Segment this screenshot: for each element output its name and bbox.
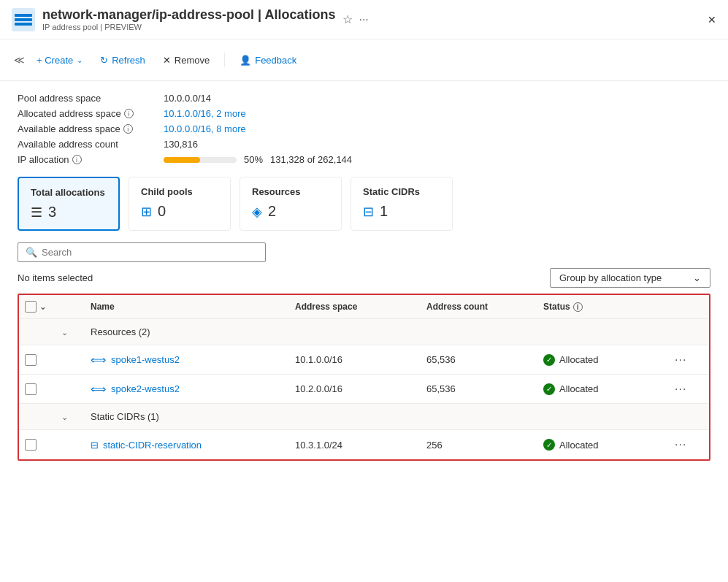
chevron-down-icon: ⌄ (77, 56, 83, 64)
row2-status: ✓ Allocated (537, 378, 669, 401)
toolbar-divider (224, 53, 225, 67)
title-bar: network-manager/ip-address-pool | Alloca… (0, 0, 728, 39)
row3-name: ⊟ static-CIDR-reservation (85, 434, 289, 456)
row2-actions: ··· (669, 377, 705, 402)
group-by-label: Group by allocation type (559, 272, 662, 283)
table-row: ⟺ spoke2-westus2 10.2.0.0/16 65,536 ✓ Al… (19, 375, 709, 404)
pool-address-label: Pool address space (18, 93, 164, 104)
group2-checkbox-col (19, 414, 55, 420)
child-pools-icon: ⊞ (141, 204, 152, 220)
pool-address-value: 10.0.0.0/14 (164, 93, 710, 104)
remove-icon: ✕ (163, 55, 171, 66)
ip-alloc-info-icon[interactable]: i (72, 155, 82, 164)
row1-status: ✓ Allocated (537, 348, 669, 372)
resources-group-chevron[interactable]: ⌄ (61, 328, 68, 337)
header-checkbox-col: ⌄ (19, 301, 55, 313)
select-all-checkbox[interactable] (25, 301, 37, 313)
create-button[interactable]: + Create ⌄ (29, 51, 90, 69)
row3-checkbox-col (19, 433, 55, 456)
available-count-label: Available address count (18, 139, 164, 150)
no-items-label: No items selected (18, 272, 93, 283)
allocations-table: ⌄ Name Address space Address count Statu… (18, 294, 710, 461)
available-address-value[interactable]: 10.0.0.0/16, 8 more (164, 123, 710, 134)
page-subtitle: IP address pool | PREVIEW (42, 23, 335, 31)
row3-more-icon[interactable]: ··· (675, 438, 686, 451)
more-options-icon[interactable]: ··· (359, 13, 368, 26)
static-cidrs-card[interactable]: Static CIDRs ⊟ 1 (350, 177, 453, 231)
available-count-value: 130,816 (164, 139, 710, 150)
search-input[interactable] (42, 247, 258, 258)
resource-icon: ⟺ (91, 383, 107, 396)
row3-status: ✓ Allocated (537, 433, 669, 456)
header-address-count: Address count (421, 301, 537, 313)
sidebar-toggle[interactable]: ≪ (12, 45, 26, 74)
group-by-dropdown[interactable]: Group by allocation type ⌄ (550, 268, 710, 288)
row2-more-icon[interactable]: ··· (675, 383, 686, 395)
row3-expand-col (55, 439, 85, 451)
svg-rect-3 (15, 23, 32, 26)
row1-actions: ··· (669, 348, 705, 372)
feedback-button[interactable]: 👤 Feedback (232, 51, 304, 69)
resources-card[interactable]: Resources ◈ 2 (240, 177, 342, 231)
refresh-icon: ↻ (100, 55, 108, 66)
total-icon: ☰ (31, 204, 42, 221)
allocated-address-value[interactable]: 10.1.0.0/16, 2 more (164, 108, 710, 119)
total-allocations-card[interactable]: Total allocations ☰ 3 (18, 177, 120, 231)
row2-name: ⟺ spoke2-westus2 (85, 377, 289, 402)
static-cidrs-icon: ⊟ (363, 204, 374, 220)
feedback-icon: 👤 (240, 55, 251, 66)
allocated-info-icon[interactable]: i (124, 109, 134, 118)
refresh-button[interactable]: ↻ Refresh (93, 51, 153, 69)
row1-more-icon[interactable]: ··· (675, 353, 686, 366)
status-allocated-icon: ✓ (543, 439, 555, 451)
favorite-icon[interactable]: ☆ (342, 12, 353, 26)
table-row: ⊟ static-CIDR-reservation 10.3.1.0/24 25… (19, 430, 709, 459)
header-actions-col (669, 301, 705, 313)
header-name: Name (85, 301, 289, 313)
header-expand-col (55, 301, 85, 313)
create-label: + Create (37, 55, 73, 66)
filter-row: No items selected Group by allocation ty… (18, 268, 710, 288)
row1-name: ⟺ spoke1-westus2 (85, 348, 289, 372)
stat-cards: Total allocations ☰ 3 Child pools ⊞ 0 Re… (18, 177, 710, 231)
table-row: ⟺ spoke1-westus2 10.1.0.0/16 65,536 ✓ Al… (19, 345, 709, 375)
static-cidrs-value: ⊟ 1 (363, 203, 440, 220)
app-icon (12, 8, 35, 31)
svg-rect-1 (15, 14, 32, 17)
static-cidrs-group-chevron[interactable]: ⌄ (61, 413, 68, 421)
child-pools-card[interactable]: Child pools ⊞ 0 (129, 177, 231, 231)
child-pools-title: Child pools (141, 186, 218, 197)
search-icon: 🔍 (26, 247, 37, 258)
child-pools-value: ⊞ 0 (141, 203, 218, 220)
row2-expand-col (55, 383, 85, 395)
allocation-bar-bg (164, 157, 237, 163)
svg-rect-2 (15, 18, 32, 21)
static-cidrs-group-label: Static CIDRs (1) (85, 408, 709, 425)
search-box[interactable]: 🔍 (18, 242, 266, 262)
resources-group-row: ⌄ Resources (2) (19, 319, 709, 345)
row2-checkbox-col (19, 378, 55, 401)
ip-allocation-label: IP allocation i (18, 154, 164, 165)
row3-address-space: 10.3.1.0/24 (289, 434, 421, 456)
header-status: Status i (537, 301, 669, 313)
cidr-icon: ⊟ (91, 440, 99, 451)
group-checkbox-col (19, 329, 55, 335)
row1-address-space: 10.1.0.0/16 (289, 348, 421, 371)
header-address-space: Address space (289, 301, 421, 313)
available-info-icon[interactable]: i (123, 124, 133, 134)
ip-allocation-bar-row: 50% 131,328 of 262,144 (164, 154, 710, 165)
row2-checkbox[interactable] (25, 383, 37, 395)
row1-address-count: 65,536 (421, 348, 537, 371)
static-cidrs-title: Static CIDRs (363, 186, 440, 197)
available-address-label: Available address space i (18, 123, 164, 134)
row2-address-space: 10.2.0.0/16 (289, 378, 421, 400)
group2-chevron-col: ⌄ (55, 408, 85, 425)
remove-button[interactable]: ✕ Remove (156, 51, 217, 69)
allocation-count: 131,328 of 262,144 (270, 154, 352, 165)
header-chevron[interactable]: ⌄ (39, 302, 46, 312)
status-info-icon[interactable]: i (573, 302, 583, 312)
row1-checkbox[interactable] (25, 354, 37, 366)
close-icon[interactable]: ✕ (708, 14, 716, 26)
search-row: 🔍 (18, 242, 710, 262)
row3-checkbox[interactable] (25, 439, 37, 451)
